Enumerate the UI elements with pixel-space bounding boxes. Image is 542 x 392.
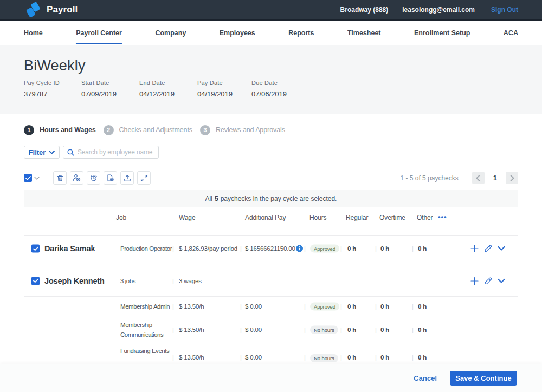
add-employee-button[interactable] — [70, 171, 83, 185]
additional-pay-cell: $ 0.00 — [245, 326, 262, 333]
column-separator: | — [375, 303, 377, 310]
wage-cell: 3 wages — [179, 278, 202, 284]
row-actions — [470, 245, 505, 253]
overtime-hours-cell: 0 h — [380, 354, 389, 361]
field-end-date: End Date 04/12/2019 — [139, 80, 175, 98]
step-checks-and-adjustments[interactable]: 2 Checks and Adjustments — [104, 125, 192, 135]
document-add-icon — [106, 174, 114, 182]
column-separator: | — [240, 354, 242, 361]
step-hours-and-wages[interactable]: 1 Hours and Wages — [24, 125, 96, 135]
field-value: 04/12/2019 — [139, 90, 175, 98]
nav-item-payroll-center[interactable]: Payroll Center — [76, 21, 122, 45]
add-icon[interactable] — [470, 277, 479, 285]
expand-button[interactable] — [137, 171, 151, 185]
row-checkbox[interactable] — [31, 277, 40, 285]
hours-status-badge: No hours — [310, 354, 338, 362]
search-input[interactable] — [78, 148, 162, 156]
wage-cell: $ 13.50/h — [179, 354, 204, 361]
nav-item-aca[interactable]: ACA — [504, 21, 518, 45]
user-email: leasolongg@email.com — [402, 6, 475, 14]
job-cell: Production Operator — [120, 245, 172, 252]
job-subrow-membership-admin: Membership Admin | $ 13.50/h | $ 0.00 | … — [24, 297, 518, 316]
delete-button[interactable] — [53, 171, 67, 185]
regular-hours-cell: 0 h — [347, 354, 356, 361]
topbar: Payroll Broadway (888) leasolongg@email.… — [0, 0, 542, 21]
employee-name[interactable]: Darika Samak — [44, 244, 95, 253]
chevron-down-icon — [49, 151, 55, 154]
field-label: Pay Date — [197, 80, 233, 86]
trash-icon — [56, 174, 64, 182]
filter-button-label: Filter — [29, 148, 46, 156]
nav-item-employees[interactable]: Employees — [220, 21, 255, 45]
collapse-row-icon[interactable] — [498, 278, 505, 283]
column-separator: | — [304, 245, 306, 252]
regular-hours-cell: 0 h — [347, 245, 356, 252]
upload-button[interactable] — [120, 171, 134, 185]
column-separator: | — [412, 354, 414, 361]
more-columns-button[interactable]: ••• — [438, 213, 447, 221]
cancel-button[interactable]: Cancel — [414, 374, 437, 382]
hours-status-badge: Approved — [310, 245, 339, 253]
step-number: 2 — [104, 125, 114, 135]
employee-name[interactable]: Joseph Kenneth — [44, 277, 105, 285]
step-label: Checks and Adjustments — [119, 126, 192, 134]
wage-cell: $ 1,826.93/pay period — [179, 245, 237, 252]
filter-button[interactable]: Filter — [24, 146, 60, 159]
step-reviews-and-approvals[interactable]: 3 Reviews and Approvals — [200, 125, 285, 135]
nav-item-company[interactable]: Company — [155, 21, 186, 45]
add-icon[interactable] — [470, 245, 479, 253]
field-label: Due Date — [251, 80, 287, 86]
field-value: 07/06/2019 — [251, 90, 287, 98]
nav-item-enrollment-setup[interactable]: Enrollment Setup — [414, 21, 470, 45]
sign-out-link[interactable]: Sign Out — [491, 6, 518, 14]
select-all-checkbox[interactable] — [24, 174, 32, 182]
column-header-job: Job — [116, 214, 126, 221]
copy-paycheck-button[interactable] — [104, 171, 117, 185]
save-continue-button[interactable]: Save & Continue — [450, 371, 517, 386]
edit-icon[interactable] — [484, 245, 492, 253]
regular-hours-cell: 0 h — [347, 303, 356, 310]
banner-prefix: All — [205, 195, 212, 202]
selection-banner: All 5 paychecks in the pay cycle are sel… — [24, 190, 518, 207]
step-number: 1 — [24, 125, 34, 135]
column-separator: | — [340, 303, 342, 310]
nav-item-reports[interactable]: Reports — [288, 21, 314, 45]
row-actions — [470, 277, 505, 285]
hours-status-badge: Approved — [310, 302, 339, 310]
select-options-dropdown[interactable] — [34, 177, 40, 180]
other-hours-cell: 0 h — [418, 303, 427, 310]
additional-pay-cell: $ 0.00 — [245, 303, 262, 310]
row-checkbox[interactable] — [31, 245, 40, 253]
column-separator: | — [412, 326, 414, 333]
column-header-wage: Wage — [179, 214, 196, 221]
alarm-clock-icon — [90, 174, 98, 182]
column-separator: | — [412, 245, 414, 252]
nav-item-home[interactable]: Home — [24, 21, 43, 45]
step-label: Hours and Wages — [40, 126, 96, 134]
pagination-prev-button[interactable] — [472, 172, 485, 184]
app-title: Payroll — [47, 4, 78, 15]
column-separator: | — [340, 245, 342, 252]
column-separator: | — [304, 354, 306, 361]
alarm-button[interactable] — [87, 171, 100, 185]
nav-item-timesheet[interactable]: Timesheet — [347, 21, 381, 45]
edit-icon[interactable] — [484, 277, 492, 285]
wage-cell: $ 13.50/h — [179, 326, 204, 333]
page-title: BiWeekly — [24, 57, 86, 74]
company-name: Broadway (888) — [340, 6, 389, 14]
expand-row-icon[interactable] — [498, 246, 505, 251]
action-footer: Cancel Save & Continue — [0, 364, 542, 392]
bulk-toolbar: 1 - 5 of 5 paychecks 1 — [0, 171, 542, 185]
search-icon — [67, 149, 74, 156]
column-separator: | — [340, 354, 342, 361]
column-separator: | — [172, 354, 174, 361]
pagination-current-page: 1 — [493, 174, 497, 182]
overtime-hours-cell: 0 h — [380, 245, 389, 252]
pagination-next-button[interactable] — [506, 172, 518, 184]
info-icon[interactable] — [296, 245, 303, 252]
column-header-other: Other — [417, 214, 433, 221]
column-separator: | — [340, 326, 342, 333]
overtime-hours-cell: 0 h — [380, 326, 389, 333]
column-separator: | — [172, 245, 174, 252]
additional-pay-cell: $ 16566621150.00 — [245, 245, 295, 252]
